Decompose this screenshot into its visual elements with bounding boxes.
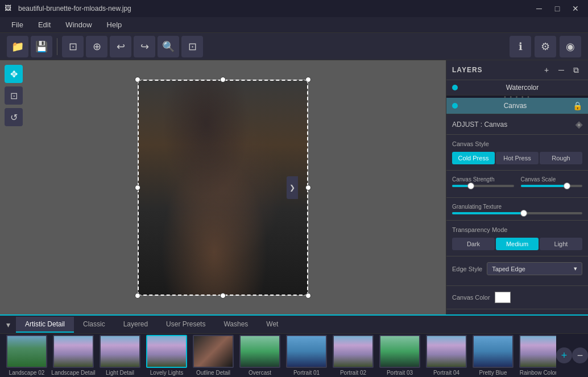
film-item-portrait04[interactable]: Portrait 04 xyxy=(424,335,469,376)
titlebar-title: beautiful-brunette-for-mloads-new.jpg xyxy=(18,5,527,13)
info-button[interactable]: ℹ xyxy=(510,36,531,57)
strength-scale-section: Canvas Strength Canvas Scale xyxy=(446,171,588,198)
chevron-down-icon: ▾ xyxy=(574,265,577,272)
save-tool-button[interactable]: 💾 xyxy=(31,36,52,57)
settings-button[interactable]: ⚙ xyxy=(535,36,556,57)
rotate-right-button[interactable]: ↪ xyxy=(134,36,155,57)
menu-file[interactable]: File xyxy=(5,18,30,31)
handle-top-left[interactable] xyxy=(135,77,140,82)
tab-artistic-detail[interactable]: Artistic Detail xyxy=(16,317,74,333)
file-tool-button[interactable]: 📁 xyxy=(7,36,28,57)
canvas-style-buttons: Cold Press Hot Press Rough xyxy=(452,152,582,164)
select-tool-button[interactable]: ⊡ xyxy=(5,86,23,105)
tab-classic[interactable]: Classic xyxy=(74,317,114,333)
close-button[interactable]: ✕ xyxy=(568,2,583,15)
film-item-landscape-detail[interactable]: Landscape Detail xyxy=(51,335,96,376)
panel-toggle-button[interactable]: ❯ xyxy=(287,176,298,199)
menu-help[interactable]: Help xyxy=(100,18,129,31)
tab-layered[interactable]: Layered xyxy=(114,317,157,333)
granulating-track[interactable] xyxy=(452,212,582,214)
film-thumb-portrait04 xyxy=(426,335,467,368)
film-label-lovely-lights: Lovely Lights xyxy=(150,370,183,376)
adjust-icon[interactable]: ◈ xyxy=(575,119,582,130)
handle-bottom-left[interactable] xyxy=(135,293,140,299)
crop-tool-button[interactable]: ⊡ xyxy=(62,36,84,57)
menu-window[interactable]: Window xyxy=(59,18,98,31)
film-item-rainbow[interactable]: Rainbow Colors xyxy=(517,335,556,376)
film-label-portrait03: Portrait 03 xyxy=(387,370,413,376)
film-thumb-light-detail xyxy=(100,335,140,368)
minimize-layer-button[interactable]: ─ xyxy=(555,64,568,76)
tab-wet[interactable]: Wet xyxy=(257,317,287,333)
filmstrip-add-button[interactable]: + xyxy=(556,347,572,363)
film-thumb-portrait03 xyxy=(379,335,420,368)
tab-washes[interactable]: Washes xyxy=(214,317,257,333)
medium-button[interactable]: Medium xyxy=(496,238,539,250)
toolbar-separator-1 xyxy=(57,38,57,55)
menubar: File Edit Window Help xyxy=(0,17,588,33)
rough-button[interactable]: Rough xyxy=(540,152,582,164)
strength-slider-col: Canvas Strength xyxy=(452,176,514,187)
image-container[interactable] xyxy=(138,80,308,296)
film-label-rainbow: Rainbow Colors xyxy=(520,370,556,376)
canvas-strength-track[interactable] xyxy=(452,185,514,187)
canvas-strength-thumb[interactable] xyxy=(467,183,474,189)
rotate-canvas-button[interactable]: ↺ xyxy=(5,108,23,126)
light-button[interactable]: Light xyxy=(540,238,582,250)
layer-name-watercolor: Watercolor xyxy=(462,84,582,92)
granulating-label: Granulating Texture xyxy=(452,204,582,210)
handle-middle-right[interactable] xyxy=(305,185,311,190)
film-item-lovely-lights[interactable]: Lovely Lights xyxy=(144,335,189,376)
film-item-pretty-blue[interactable]: Pretty Blue xyxy=(471,335,515,376)
cold-press-button[interactable]: Cold Press xyxy=(452,152,495,164)
layer-canvas[interactable]: Canvas 🔒 xyxy=(446,98,588,114)
titlebar-buttons: ─ □ ✕ xyxy=(531,2,583,15)
film-item-landscape02[interactable]: Landscape 02 xyxy=(5,335,49,376)
zoom-fit-button[interactable]: ⊕ xyxy=(86,36,107,57)
handle-bottom-center[interactable] xyxy=(220,293,226,299)
filmstrip-remove-button[interactable]: − xyxy=(572,347,588,363)
canvas-scale-track[interactable] xyxy=(521,185,583,187)
film-label-portrait04: Portrait 04 xyxy=(433,370,459,376)
film-thumb-outline-detail xyxy=(193,335,234,368)
tab-user-presets[interactable]: User Presets xyxy=(157,317,214,333)
film-item-outline-detail[interactable]: Outline Detail xyxy=(191,335,235,376)
film-thumb-landscape-detail xyxy=(53,335,94,368)
canvas-scale-fill xyxy=(521,185,567,187)
menu-edit[interactable]: Edit xyxy=(31,18,57,31)
transparency-section: Transparency Mode Dark Medium Light xyxy=(446,221,588,256)
film-item-overcast[interactable]: Overcast xyxy=(238,335,282,376)
share-button[interactable]: ◉ xyxy=(560,36,581,57)
duplicate-layer-button[interactable]: ⧉ xyxy=(570,64,582,76)
film-thumb-pretty-blue xyxy=(473,335,514,368)
handle-top-right[interactable] xyxy=(305,77,311,82)
rotate-left-button[interactable]: ↩ xyxy=(110,36,131,57)
granulating-thumb[interactable] xyxy=(520,210,527,217)
layers-header-buttons: + ─ ⧉ xyxy=(540,64,582,76)
zoom-in-button[interactable]: ⊡ xyxy=(181,36,203,57)
zoom-out-button[interactable]: 🔍 xyxy=(158,36,179,57)
edge-style-dropdown[interactable]: Taped Edge ▾ xyxy=(487,262,582,275)
layers-header: LAYERS + ─ ⧉ xyxy=(446,60,588,80)
film-label-portrait02: Portrait 02 xyxy=(340,370,366,376)
hot-press-button[interactable]: Hot Press xyxy=(496,152,539,164)
canvas-scale-thumb[interactable] xyxy=(564,183,570,189)
add-layer-button[interactable]: + xyxy=(540,64,553,76)
film-item-portrait02[interactable]: Portrait 02 xyxy=(331,335,375,376)
handle-bottom-right[interactable] xyxy=(305,293,311,299)
maximize-button[interactable]: □ xyxy=(549,2,565,15)
handle-top-center[interactable] xyxy=(220,77,226,82)
granulating-fill xyxy=(452,212,524,214)
canvas-color-swatch[interactable] xyxy=(495,292,511,303)
edge-style-section: Edge Style Taped Edge ▾ xyxy=(446,256,588,286)
filmstrip-collapse-button[interactable]: ▾ xyxy=(0,316,16,334)
canvas-strength-label: Canvas Strength xyxy=(452,176,514,183)
film-item-portrait03[interactable]: Portrait 03 xyxy=(378,335,422,376)
film-item-portrait01[interactable]: Portrait 01 xyxy=(284,335,329,376)
minimize-button[interactable]: ─ xyxy=(531,2,547,15)
dark-button[interactable]: Dark xyxy=(452,238,495,250)
move-tool-button[interactable]: ✥ xyxy=(5,65,23,83)
watercolor-image xyxy=(138,80,308,295)
film-item-light-detail[interactable]: Light Detail xyxy=(98,335,142,376)
handle-middle-left[interactable] xyxy=(135,185,140,190)
